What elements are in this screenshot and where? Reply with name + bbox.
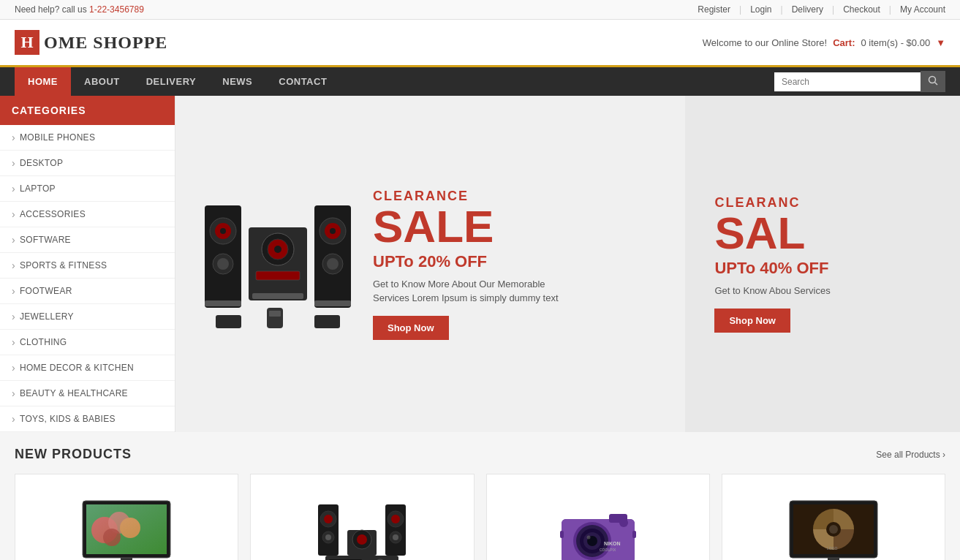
header: H OME SHOPPE Welcome to our Online Store… bbox=[0, 20, 960, 67]
sidebar-item[interactable]: SPORTS & FITNESS bbox=[0, 253, 175, 279]
phone-link[interactable]: 1-22-3456789 bbox=[89, 4, 144, 15]
nav-delivery[interactable]: DELIVERY bbox=[133, 67, 210, 96]
sidebar-home-decor[interactable]: HOME DECOR & KITCHEN bbox=[0, 355, 175, 380]
call-text: call us bbox=[62, 4, 87, 15]
welcome-text: Welcome to our Online Store! bbox=[703, 37, 827, 48]
top-bar-help: Need help? call us 1-22-3456789 bbox=[15, 4, 144, 15]
product-image-4: LOGO bbox=[734, 486, 933, 560]
svg-point-75 bbox=[829, 525, 838, 534]
product-card-4: LOGO LOREM IPSUM IS SIMPLY $679.87 Add t… bbox=[722, 474, 945, 560]
banner-upto-1: UPTo 20% OFF bbox=[373, 252, 563, 271]
sidebar: CATEGORIES MOBILE PHONES DESKTOP LAPTOP … bbox=[0, 96, 175, 432]
sidebar-item[interactable]: DESKTOP bbox=[0, 151, 175, 176]
svg-point-18 bbox=[330, 228, 336, 234]
svg-point-45 bbox=[325, 534, 331, 540]
search-area bbox=[774, 71, 945, 92]
banner-upto-2: UPTo 40% OFF bbox=[714, 259, 830, 278]
products-grid: LOREM IPSUM IS SIMPLY $620.87 Add to Car… bbox=[15, 474, 945, 560]
banner-panel-2: CLEARANC SAL UPTo 40% OFF Get to Know Ab… bbox=[685, 96, 960, 432]
svg-point-0 bbox=[929, 77, 936, 83]
sidebar-item[interactable]: FOOTWEAR bbox=[0, 279, 175, 304]
sidebar-item[interactable]: CLOTHING bbox=[0, 330, 175, 355]
logo[interactable]: H OME SHOPPE bbox=[15, 30, 167, 55]
delivery-link[interactable]: Delivery bbox=[792, 4, 823, 15]
sidebar-item[interactable]: SOFTWARE bbox=[0, 227, 175, 253]
products-header: NEW PRODUCTS See all Products bbox=[15, 447, 945, 462]
see-all-link[interactable]: See all Products bbox=[876, 450, 945, 460]
top-bar: Need help? call us 1-22-3456789 Register… bbox=[0, 0, 960, 20]
svg-rect-25 bbox=[269, 311, 281, 317]
svg-point-48 bbox=[391, 515, 400, 523]
nav-about[interactable]: ABOUT bbox=[71, 67, 133, 96]
svg-rect-68 bbox=[560, 531, 564, 538]
banner-text-2: CLEARANC SAL UPTo 40% OFF Get to Know Ab… bbox=[700, 195, 830, 333]
banner-desc-1: Get to Know More About Our Memorable Ser… bbox=[373, 277, 563, 306]
main-content: CATEGORIES MOBILE PHONES DESKTOP LAPTOP … bbox=[0, 96, 960, 432]
sidebar-beauty[interactable]: BEAUTY & HEALTHCARE bbox=[0, 381, 175, 406]
nav-contact[interactable]: CONTACT bbox=[265, 67, 340, 96]
search-input[interactable] bbox=[774, 72, 921, 91]
search-button[interactable] bbox=[921, 71, 945, 92]
svg-text:COOLPIX: COOLPIX bbox=[600, 548, 616, 552]
sidebar-laptop[interactable]: LAPTOP bbox=[0, 176, 175, 201]
svg-text:NIKON: NIKON bbox=[604, 541, 621, 546]
banner-desc-2: Get to Know Abou Services bbox=[714, 284, 830, 298]
logo-icon: H bbox=[15, 30, 39, 55]
cart-value: 0 item(s) - $0.00 bbox=[861, 37, 930, 48]
sidebar-sports-fitness[interactable]: SPORTS & FITNESS bbox=[0, 253, 175, 278]
banner-sale-2: SAL bbox=[714, 211, 830, 256]
nav-home[interactable]: HOME bbox=[15, 67, 71, 96]
svg-point-67 bbox=[619, 518, 628, 527]
help-text: Need help? bbox=[15, 4, 59, 15]
shop-now-button-2[interactable]: Shop Now bbox=[714, 309, 790, 333]
sidebar-item[interactable]: JEWELLERY bbox=[0, 304, 175, 330]
svg-point-63 bbox=[586, 535, 590, 539]
svg-rect-6 bbox=[256, 271, 300, 280]
sidebar-item[interactable]: MOBILE PHONES bbox=[0, 125, 175, 151]
svg-point-5 bbox=[274, 246, 281, 253]
sidebar-item[interactable]: TOYS, KIDS & BABIES bbox=[0, 406, 175, 432]
sidebar-item[interactable]: BEAUTY & HEALTHCARE bbox=[0, 381, 175, 406]
sidebar-list: MOBILE PHONES DESKTOP LAPTOP ACCESSORIES… bbox=[0, 125, 175, 432]
svg-point-53 bbox=[357, 534, 367, 545]
register-link[interactable]: Register bbox=[698, 4, 730, 15]
main-nav: HOME ABOUT DELIVERY NEWS CONTACT bbox=[0, 67, 960, 96]
sidebar-toys[interactable]: TOYS, KIDS & BABIES bbox=[0, 406, 175, 431]
sidebar-accessories[interactable]: ACCESSORIES bbox=[0, 202, 175, 227]
logo-text: OME SHOPPE bbox=[44, 33, 167, 53]
sidebar-clothing[interactable]: CLOTHING bbox=[0, 330, 175, 355]
svg-point-11 bbox=[220, 228, 226, 234]
svg-rect-69 bbox=[632, 531, 636, 538]
product-card-2: LOREM IPSUM IS SIMPLY $899.75 Add to Car… bbox=[250, 474, 474, 560]
sidebar-jewellery[interactable]: JEWELLERY bbox=[0, 304, 175, 329]
svg-point-20 bbox=[327, 258, 339, 270]
sidebar-item[interactable]: HOME DECOR & KITCHEN bbox=[0, 355, 175, 381]
svg-rect-7 bbox=[252, 293, 303, 299]
myaccount-link[interactable]: My Account bbox=[900, 4, 945, 15]
banner-text-1: CLEARANCE SALE UPTo 20% OFF Get to Know … bbox=[358, 189, 563, 340]
banner-image-1 bbox=[197, 183, 358, 344]
sidebar-item[interactable]: LAPTOP bbox=[0, 176, 175, 202]
nav-news[interactable]: NEWS bbox=[209, 67, 265, 96]
sidebar-mobile-phones[interactable]: MOBILE PHONES bbox=[0, 125, 175, 150]
sidebar-software[interactable]: SOFTWARE bbox=[0, 227, 175, 252]
products-section: NEW PRODUCTS See all Products bbox=[0, 432, 960, 560]
login-link[interactable]: Login bbox=[750, 4, 771, 15]
shop-now-button-1[interactable]: Shop Now bbox=[373, 316, 449, 340]
header-cart-area: Welcome to our Online Store! Cart: 0 ite… bbox=[703, 37, 945, 48]
svg-rect-21 bbox=[314, 300, 351, 306]
product-card-3: NIKON COOLPIX LOREM IPSUM IS SIMPLY $599… bbox=[486, 474, 710, 560]
cart-dropdown-icon[interactable]: ▼ bbox=[936, 37, 945, 48]
svg-rect-22 bbox=[216, 315, 241, 328]
sidebar-desktop[interactable]: DESKTOP bbox=[0, 151, 175, 175]
search-icon bbox=[928, 75, 938, 86]
top-bar-links: Register | Login | Delivery | Checkout |… bbox=[698, 4, 945, 15]
product-image-3: NIKON COOLPIX bbox=[499, 486, 698, 560]
svg-point-13 bbox=[217, 258, 229, 270]
sidebar-title: CATEGORIES bbox=[0, 96, 175, 125]
checkout-link[interactable]: Checkout bbox=[843, 4, 880, 15]
product-image-1 bbox=[27, 486, 226, 560]
sidebar-footwear[interactable]: FOOTWEAR bbox=[0, 279, 175, 303]
svg-rect-33 bbox=[86, 504, 167, 554]
sidebar-item[interactable]: ACCESSORIES bbox=[0, 202, 175, 227]
